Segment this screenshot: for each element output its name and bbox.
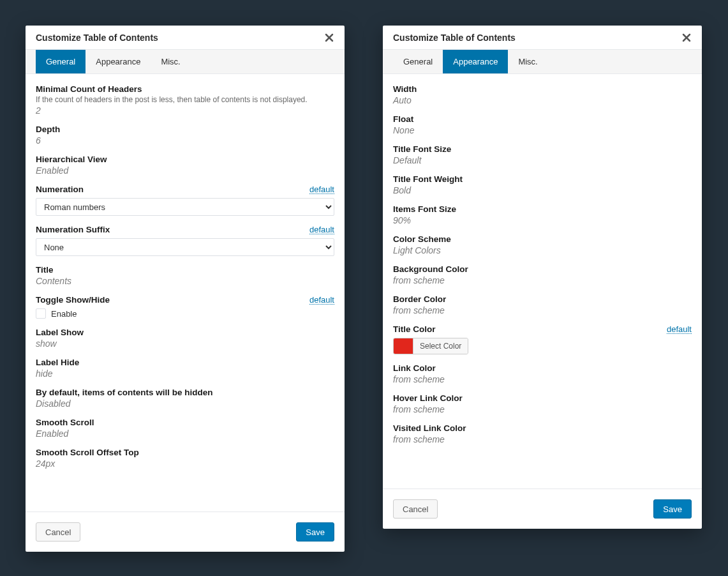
field-label: Visited Link Color — [393, 423, 692, 433]
field-label: Title Color — [393, 324, 436, 334]
field-width: Width Auto — [393, 84, 692, 105]
cancel-button[interactable]: Cancel — [393, 499, 438, 519]
field-label: Smooth Scroll Offset Top — [36, 448, 334, 457]
field-items-font-size: Items Font Size 90% — [393, 204, 692, 225]
save-button[interactable]: Save — [653, 499, 692, 519]
field-help: If the count of headers in the post is l… — [36, 95, 334, 104]
field-title-font-size: Title Font Size Default — [393, 144, 692, 165]
field-value: hide — [36, 368, 334, 379]
field-color-scheme: Color Scheme Light Colors — [393, 234, 692, 255]
reset-default-link[interactable]: default — [309, 185, 334, 194]
field-link-color: Link Color from scheme — [393, 363, 692, 384]
titlebar: Customize Table of Contents — [383, 26, 702, 50]
field-numeration: Numeration default Roman numbers — [36, 185, 334, 216]
field-value: from scheme — [393, 305, 692, 315]
field-smooth-scroll: Smooth Scroll Enabled — [36, 418, 334, 439]
field-label: Label Show — [36, 328, 334, 337]
field-value: None — [393, 125, 692, 135]
field-label: Minimal Count of Headers — [36, 84, 334, 94]
tabbar: General Appearance Misc. — [383, 50, 702, 74]
field-label: Title — [36, 265, 334, 275]
reset-default-link[interactable]: default — [309, 225, 334, 234]
field-label: Toggle Show/Hide — [36, 295, 110, 305]
dialog-title: Customize Table of Contents — [36, 33, 158, 43]
field-visited-link-color: Visited Link Color from scheme — [393, 423, 692, 444]
numeration-select[interactable]: Roman numbers — [36, 198, 334, 216]
field-depth: Depth 6 — [36, 125, 334, 146]
field-label: Border Color — [393, 294, 692, 304]
field-label: Smooth Scroll — [36, 418, 334, 427]
dialog-appearance: Customize Table of Contents General Appe… — [383, 26, 702, 529]
reset-default-link[interactable]: default — [667, 325, 692, 334]
numeration-suffix-select[interactable]: None — [36, 238, 334, 256]
tabbar: General Appearance Misc. — [26, 50, 345, 74]
tab-appearance[interactable]: Appearance — [443, 50, 508, 73]
field-value: 2 — [36, 105, 334, 116]
field-value: Enabled — [36, 165, 334, 176]
field-value: from scheme — [393, 275, 692, 285]
field-label: Hover Link Color — [393, 393, 692, 403]
field-label: Title Font Weight — [393, 174, 692, 184]
toggle-enable-checkbox[interactable] — [36, 308, 46, 319]
field-min-headers: Minimal Count of Headers If the count of… — [36, 84, 334, 116]
field-label: Color Scheme — [393, 234, 692, 244]
field-label-show: Label Show show — [36, 328, 334, 349]
field-label: Numeration — [36, 185, 84, 194]
field-value: 90% — [393, 215, 692, 225]
cancel-button[interactable]: Cancel — [36, 522, 80, 542]
field-label: Width — [393, 84, 692, 94]
dialog-title: Customize Table of Contents — [393, 33, 516, 43]
field-value: show — [36, 338, 334, 349]
field-value: Light Colors — [393, 245, 692, 255]
checkbox-label: Enable — [51, 309, 77, 319]
tab-general[interactable]: General — [393, 50, 443, 73]
field-value: 24px — [36, 459, 334, 469]
field-label-hide: Label Hide hide — [36, 358, 334, 379]
tab-general[interactable]: General — [36, 50, 85, 73]
field-label: Hierarchical View — [36, 155, 334, 164]
panel-body: Width Auto Float None Title Font Size De… — [383, 74, 702, 489]
field-value: Enabled — [36, 428, 334, 439]
field-title-font-weight: Title Font Weight Bold — [393, 174, 692, 195]
field-value: from scheme — [393, 434, 692, 444]
field-title: Title Contents — [36, 265, 334, 286]
field-label: Float — [393, 114, 692, 124]
tab-appearance[interactable]: Appearance — [85, 50, 151, 73]
color-picker[interactable]: Select Color — [393, 338, 468, 354]
close-icon[interactable] — [324, 33, 334, 43]
field-default-hidden: By default, items of contents will be hi… — [36, 388, 334, 409]
field-label: Items Font Size — [393, 204, 692, 214]
field-hierarchical: Hierarchical View Enabled — [36, 155, 334, 176]
dialog-general: Customize Table of Contents General Appe… — [26, 26, 345, 552]
field-label: Link Color — [393, 363, 692, 373]
field-label: Numeration Suffix — [36, 225, 110, 234]
tab-misc[interactable]: Misc. — [508, 50, 547, 73]
field-label: Title Font Size — [393, 144, 692, 154]
field-value: Bold — [393, 185, 692, 195]
field-value: from scheme — [393, 374, 692, 384]
field-toggle: Toggle Show/Hide default Enable — [36, 295, 334, 319]
field-hover-link-color: Hover Link Color from scheme — [393, 393, 692, 414]
select-color-button[interactable]: Select Color — [413, 338, 468, 354]
field-value: Disabled — [36, 398, 334, 409]
field-bg-color: Background Color from scheme — [393, 264, 692, 285]
field-label: Label Hide — [36, 358, 334, 367]
tab-misc[interactable]: Misc. — [151, 50, 190, 73]
field-label: By default, items of contents will be hi… — [36, 388, 334, 397]
field-value: from scheme — [393, 404, 692, 414]
field-value: Auto — [393, 95, 692, 105]
color-swatch[interactable] — [394, 338, 413, 354]
field-value: Default — [393, 155, 692, 165]
field-float: Float None — [393, 114, 692, 135]
save-button[interactable]: Save — [296, 522, 334, 542]
field-value: 6 — [36, 135, 334, 146]
panel-footer: Cancel Save — [26, 512, 345, 552]
panel-body: Minimal Count of Headers If the count of… — [26, 74, 345, 512]
reset-default-link[interactable]: default — [309, 296, 334, 305]
panel-footer: Cancel Save — [383, 489, 702, 529]
close-icon[interactable] — [681, 33, 692, 43]
field-numeration-suffix: Numeration Suffix default None — [36, 225, 334, 256]
titlebar: Customize Table of Contents — [26, 26, 345, 50]
field-label: Background Color — [393, 264, 692, 274]
field-label: Depth — [36, 125, 334, 134]
